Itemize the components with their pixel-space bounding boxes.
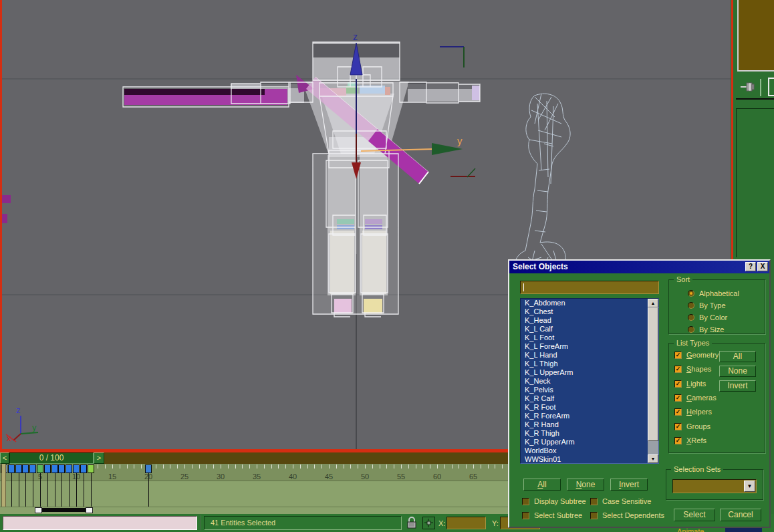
keyframe-drop-line — [69, 473, 70, 507]
radio-icon[interactable] — [688, 326, 694, 333]
keyframe-6[interactable] — [44, 464, 51, 473]
range-bar[interactable] — [38, 508, 90, 512]
panel-separator — [760, 79, 761, 96]
current-frame-marker[interactable] — [1, 464, 6, 507]
checkbox-case-sensitive[interactable] — [590, 498, 598, 505]
close-icon[interactable]: X — [757, 262, 768, 271]
ruler-tick — [184, 464, 185, 469]
selection-lock-icon[interactable] — [406, 516, 417, 530]
keyframe-12[interactable] — [88, 464, 94, 473]
checkbox-shapes[interactable]: ✓ — [674, 366, 682, 373]
checkbox-cameras[interactable]: ✓ — [674, 394, 682, 402]
list-item[interactable]: K_L Hand — [521, 351, 658, 360]
keyframe-2[interactable] — [15, 464, 22, 473]
list-item[interactable]: K_R UpperArm — [521, 438, 658, 446]
list-item[interactable]: K_Pelvis — [521, 386, 658, 394]
object-name-input[interactable] — [520, 281, 659, 294]
radio-dot — [690, 292, 692, 295]
all-button[interactable]: All — [523, 479, 561, 491]
panel-lower-box — [736, 108, 774, 257]
sort-option-by-color[interactable]: By Color — [688, 313, 727, 322]
checkbox-groups[interactable]: ✓ — [674, 423, 682, 430]
keyframe-7[interactable] — [51, 464, 58, 473]
sort-option-alphabetical[interactable]: Alphabetical — [688, 289, 739, 298]
list-item[interactable]: K_Neck — [521, 377, 658, 386]
object-list[interactable]: K_AbdomenK_ChestK_HeadK_L CalfK_L FootK_… — [520, 298, 659, 464]
invert-button[interactable]: Invert — [610, 479, 648, 491]
list-types-none-button[interactable]: None — [719, 366, 756, 377]
list-item[interactable]: K_L UpperArm — [521, 368, 658, 377]
radio-icon[interactable] — [688, 314, 694, 321]
checkbox-geometry[interactable]: ✓ — [674, 352, 682, 359]
list-item[interactable]: WWSkin01 — [521, 455, 658, 464]
sort-group-label: Sort — [674, 275, 692, 283]
ruler-tick — [213, 464, 214, 469]
dropdown-arrow-icon[interactable]: ▼ — [744, 481, 755, 492]
checkbox-select-subtree[interactable] — [522, 512, 529, 519]
keyframe-3[interactable] — [22, 464, 29, 473]
select-objects-dialog: Select Objects ? X K_AbdomenK_ChestK_Hea… — [508, 259, 771, 528]
range-handle-left[interactable] — [35, 507, 42, 513]
list-item[interactable]: K_R Thigh — [521, 429, 658, 438]
list-item[interactable]: K_R Foot — [521, 403, 658, 412]
list-item[interactable]: K_L ForeArm — [521, 342, 658, 351]
list-types-all-button[interactable]: All — [719, 351, 756, 362]
sort-option-by-type[interactable]: By Type — [688, 301, 726, 310]
keyframe-10[interactable] — [73, 464, 80, 473]
ruler-tick — [307, 464, 308, 469]
animate-button-partial[interactable]: Animate — [677, 527, 724, 532]
list-types-invert-button[interactable]: Invert — [719, 380, 756, 392]
list-item[interactable]: K_L Thigh — [521, 360, 658, 368]
prev-frame-button[interactable]: < — [0, 452, 9, 464]
ruler-tick — [394, 464, 394, 469]
helper-markers — [440, 47, 475, 177]
checkbox-display-subtree[interactable] — [522, 498, 529, 505]
keyframe-5[interactable] — [37, 464, 43, 473]
pin-icon[interactable] — [740, 80, 756, 94]
keyframe-9[interactable] — [66, 464, 72, 473]
absolute-offset-toggle[interactable] — [422, 517, 435, 529]
next-frame-button[interactable]: > — [94, 452, 104, 464]
time-slider-display[interactable]: 0 / 100 — [9, 452, 94, 464]
keyframe-11[interactable] — [80, 464, 87, 473]
cancel-button[interactable]: Cancel — [720, 509, 761, 521]
list-scrollbar[interactable]: ▲ ▼ — [648, 299, 658, 463]
keyframe-1[interactable] — [8, 464, 15, 473]
radio-icon[interactable] — [688, 302, 694, 309]
checkbox-lights[interactable]: ✓ — [674, 380, 682, 388]
dialog-title-bar[interactable]: Select Objects — [509, 261, 769, 273]
frame-field-partial — [725, 528, 762, 532]
list-item[interactable]: K_L Foot — [521, 334, 658, 342]
list-item[interactable]: K_L Calf — [521, 325, 658, 334]
list-item[interactable]: K_Abdomen — [521, 299, 658, 307]
list-item[interactable]: K_Head — [521, 316, 658, 325]
scroll-up-icon[interactable]: ▲ — [648, 299, 658, 307]
list-item[interactable]: K_R Hand — [521, 420, 658, 429]
scroll-thumb[interactable] — [648, 307, 658, 441]
checkbox-label: Select Dependents — [602, 511, 664, 519]
checkbox-select-dependents[interactable] — [590, 512, 598, 519]
radio-icon[interactable] — [688, 290, 694, 297]
keyframe-8[interactable] — [58, 464, 65, 473]
dialog-title: Select Objects — [513, 262, 568, 271]
checkbox-xrefs[interactable]: ✓ — [674, 437, 682, 444]
range-handle-right[interactable] — [86, 507, 93, 513]
scroll-down-icon[interactable]: ▼ — [648, 454, 658, 463]
help-button[interactable]: ? — [745, 262, 756, 271]
list-item[interactable]: WorldBox — [521, 446, 658, 455]
selection-sets-dropdown[interactable]: ▼ — [672, 479, 757, 493]
ruler-tick — [416, 464, 416, 469]
x-coord-field[interactable] — [446, 517, 486, 529]
bone-wireframe[interactable] — [515, 94, 570, 285]
select-button[interactable]: Select — [674, 509, 715, 521]
keyframe-drop-line — [19, 473, 19, 507]
none-button[interactable]: None — [567, 479, 604, 491]
keyframe-20[interactable] — [145, 464, 152, 473]
list-item[interactable]: K_Chest — [521, 307, 658, 316]
sort-option-by-size[interactable]: By Size — [688, 325, 724, 334]
list-item[interactable]: K_R Calf — [521, 394, 658, 403]
list-item[interactable]: K_R ForeArm — [521, 412, 658, 420]
radio-label: By Color — [699, 313, 727, 322]
keyframe-4[interactable] — [29, 464, 36, 473]
checkbox-helpers[interactable]: ✓ — [674, 408, 682, 416]
